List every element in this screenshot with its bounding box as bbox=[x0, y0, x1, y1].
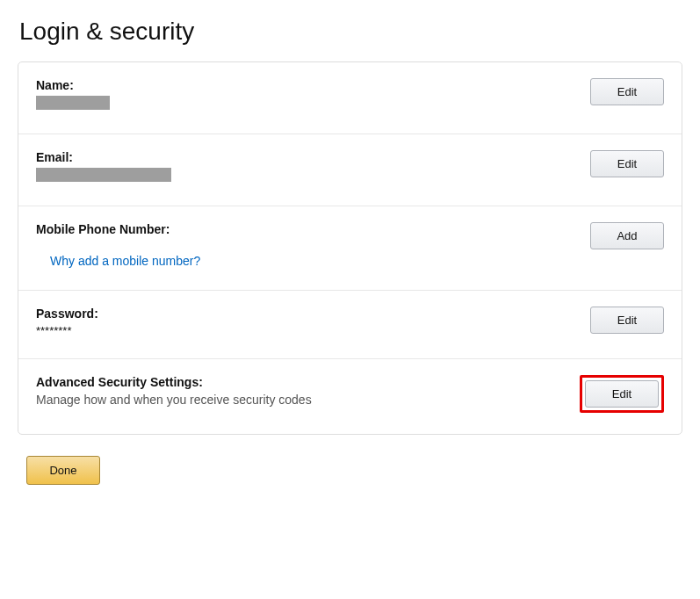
password-label: Password: bbox=[36, 307, 590, 321]
add-mobile-button[interactable]: Add bbox=[590, 222, 664, 249]
mobile-label: Mobile Phone Number: bbox=[36, 222, 590, 236]
edit-advanced-security-button[interactable]: Edit bbox=[585, 380, 659, 408]
email-value bbox=[36, 168, 590, 184]
edit-password-button[interactable]: Edit bbox=[590, 307, 664, 334]
advanced-security-label: Advanced Security Settings: bbox=[36, 375, 580, 389]
row-email: Email: Edit bbox=[18, 134, 682, 206]
redacted-block bbox=[36, 168, 171, 182]
done-button[interactable]: Done bbox=[26, 456, 100, 485]
row-advanced-security: Advanced Security Settings: Manage how a… bbox=[18, 359, 682, 434]
email-label: Email: bbox=[36, 150, 590, 164]
name-label: Name: bbox=[36, 78, 590, 92]
edit-email-button[interactable]: Edit bbox=[590, 150, 664, 177]
row-name: Name: Edit bbox=[18, 62, 682, 134]
why-add-mobile-link[interactable]: Why add a mobile number? bbox=[50, 254, 200, 268]
row-mobile: Mobile Phone Number: Why add a mobile nu… bbox=[18, 206, 682, 291]
name-value bbox=[36, 96, 590, 112]
password-value: ******** bbox=[36, 324, 590, 337]
edit-name-button[interactable]: Edit bbox=[590, 78, 664, 105]
highlight-box: Edit bbox=[580, 375, 664, 413]
redacted-block bbox=[36, 96, 110, 110]
row-password: Password: ******** Edit bbox=[18, 291, 682, 359]
done-container: Done bbox=[26, 456, 682, 485]
advanced-security-description: Manage how and when you receive security… bbox=[36, 393, 580, 407]
page-title: Login & security bbox=[19, 18, 682, 46]
settings-card: Name: Edit Email: Edit Mobile Phone Numb… bbox=[18, 61, 682, 435]
